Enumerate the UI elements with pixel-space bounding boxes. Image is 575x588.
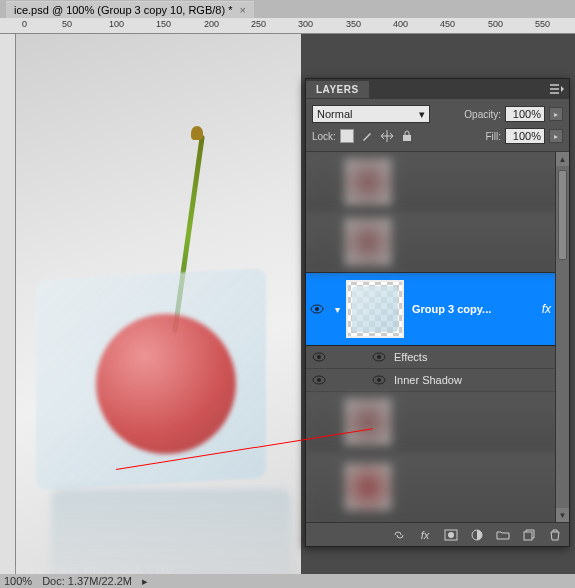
ruler-tick: 200 xyxy=(204,19,219,29)
layer-style-button[interactable]: fx xyxy=(417,527,433,543)
reflection xyxy=(51,489,291,574)
svg-rect-0 xyxy=(403,135,411,141)
visibility-eye-icon[interactable] xyxy=(312,375,326,385)
panel-footer: fx xyxy=(306,522,569,546)
effect-inner-shadow-row[interactable]: Inner Shadow xyxy=(306,369,569,392)
lock-position-button[interactable] xyxy=(380,129,394,143)
layer-mask-button[interactable] xyxy=(443,527,459,543)
blend-mode-select[interactable]: Normal ▾ xyxy=(312,105,430,123)
ruler-tick: 400 xyxy=(393,19,408,29)
ruler-vertical xyxy=(0,34,16,574)
ruler-tick: 450 xyxy=(440,19,455,29)
panel-options: Normal ▾ Opacity: 100% ▸ Lock: Fill: 100… xyxy=(306,99,569,152)
effects-row[interactable]: Effects xyxy=(306,346,569,369)
opacity-input[interactable]: 100% xyxy=(505,106,545,122)
opacity-flyout-button[interactable]: ▸ xyxy=(549,107,563,121)
watermark: 思缘设计论坛 MISSYUAN.COM xyxy=(14,564,174,578)
adjustment-layer-button[interactable] xyxy=(469,527,485,543)
ruler-tick: 350 xyxy=(346,19,361,29)
document-title-bar: ice.psd @ 100% (Group 3 copy 10, RGB/8) … xyxy=(0,0,575,18)
svg-point-2 xyxy=(315,307,319,311)
ruler-tick: 500 xyxy=(488,19,503,29)
visibility-eye-icon[interactable] xyxy=(372,375,386,385)
svg-point-4 xyxy=(317,355,321,359)
scroll-down-icon[interactable]: ▼ xyxy=(556,508,569,522)
layer-row-blurred[interactable] xyxy=(306,452,569,522)
lock-all-button[interactable] xyxy=(400,129,414,143)
svg-point-10 xyxy=(377,378,381,382)
layer-row-blurred[interactable] xyxy=(306,392,569,452)
group-button[interactable] xyxy=(495,527,511,543)
scroll-up-icon[interactable]: ▲ xyxy=(556,152,569,166)
layer-thumbnail[interactable] xyxy=(346,280,404,338)
ruler-tick: 100 xyxy=(109,19,124,29)
cherry-stem-tip xyxy=(191,126,203,140)
svg-point-6 xyxy=(377,355,381,359)
delete-layer-button[interactable] xyxy=(547,527,563,543)
lock-buttons xyxy=(340,129,414,143)
artwork xyxy=(36,224,266,474)
chevron-down-icon: ▾ xyxy=(419,108,425,121)
document-tab[interactable]: ice.psd @ 100% (Group 3 copy 10, RGB/8) … xyxy=(6,1,254,18)
scrollbar-vertical[interactable]: ▲ ▼ xyxy=(555,152,569,522)
blend-mode-value: Normal xyxy=(317,108,352,120)
layer-row-blurred[interactable] xyxy=(306,152,569,212)
opacity-label: Opacity: xyxy=(464,109,501,120)
panel-header: LAYERS xyxy=(306,79,569,99)
visibility-eye-icon[interactable] xyxy=(310,304,324,314)
layer-row-blurred[interactable] xyxy=(306,212,569,272)
svg-point-12 xyxy=(448,532,454,538)
ruler-tick: 50 xyxy=(62,19,72,29)
expand-toggle[interactable]: ▾ xyxy=(328,304,346,315)
fill-label: Fill: xyxy=(485,131,501,142)
fill-input[interactable]: 100% xyxy=(505,128,545,144)
layers-tab[interactable]: LAYERS xyxy=(306,81,369,98)
fx-badge[interactable]: fx xyxy=(542,302,551,316)
close-icon[interactable]: × xyxy=(240,4,246,16)
scroll-thumb[interactable] xyxy=(558,170,567,260)
lock-label: Lock: xyxy=(312,131,336,142)
visibility-eye-icon[interactable] xyxy=(312,352,326,362)
link-layers-button[interactable] xyxy=(391,527,407,543)
menu-icon xyxy=(550,84,564,94)
ruler-tick: 550 xyxy=(535,19,550,29)
fill-flyout-button[interactable]: ▸ xyxy=(549,129,563,143)
layer-row-selected[interactable]: ▾ Group 3 copy... fx ▴ xyxy=(306,272,569,346)
canvas[interactable] xyxy=(16,34,301,574)
ruler-horizontal: 0 50 100 150 200 250 300 350 400 450 500… xyxy=(0,18,575,34)
ruler-tick: 150 xyxy=(156,19,171,29)
effects-label: Effects xyxy=(394,351,427,363)
visibility-eye-icon[interactable] xyxy=(372,352,386,362)
lock-pixels-button[interactable] xyxy=(360,129,374,143)
layer-name[interactable]: Group 3 copy... xyxy=(412,303,542,315)
cherry xyxy=(96,314,236,454)
svg-rect-14 xyxy=(524,532,532,540)
inner-shadow-label: Inner Shadow xyxy=(394,374,462,386)
ruler-tick: 0 xyxy=(22,19,27,29)
lock-transparency-button[interactable] xyxy=(340,129,354,143)
svg-point-8 xyxy=(317,378,321,382)
layers-panel: LAYERS Normal ▾ Opacity: 100% ▸ Lock: Fi… xyxy=(305,78,570,547)
document-title: ice.psd @ 100% (Group 3 copy 10, RGB/8) … xyxy=(14,4,232,16)
new-layer-button[interactable] xyxy=(521,527,537,543)
layers-list: ▾ Group 3 copy... fx ▴ Effects Inner Sha… xyxy=(306,152,569,522)
panel-menu-button[interactable] xyxy=(545,80,569,98)
ruler-tick: 250 xyxy=(251,19,266,29)
ruler-tick: 300 xyxy=(298,19,313,29)
